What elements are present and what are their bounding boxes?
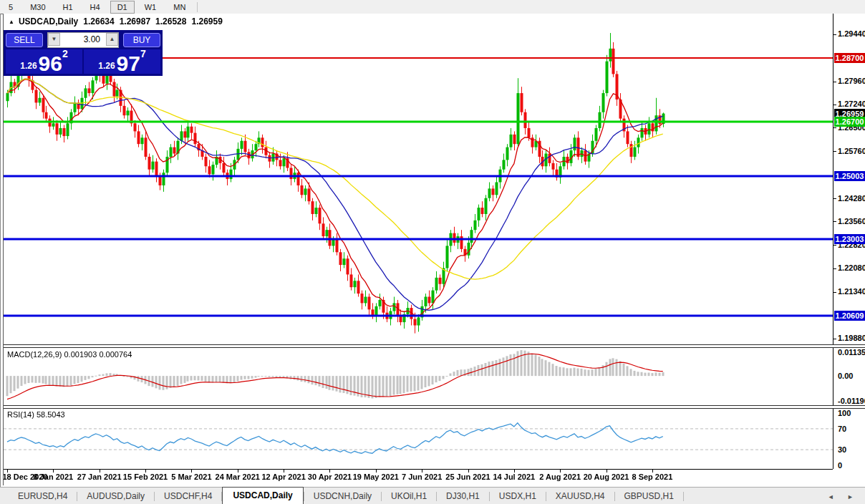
date-axis[interactable]: 18 Dec 20208 Jan 202127 Jan 202115 Feb 2… <box>4 469 833 486</box>
chart-tab-bar: EURUSD,H4AUDUSD,DailyUSDCHF,H4USDCAD,Dai… <box>0 487 865 504</box>
volume-spinner: ▼ 3.00 ▲ <box>47 32 119 48</box>
chart-tab-xauusd[interactable]: XAUUSD,H4 <box>546 488 614 504</box>
ohlc-open: 1.26634 <box>83 16 114 26</box>
expand-triangle-icon: ▲ <box>9 19 14 25</box>
price-tick-mark <box>833 82 836 82</box>
price-badge: 1.28700 <box>834 53 865 63</box>
price-tick-label: 1.19880 <box>838 334 865 342</box>
macd-axis-label: 0.01135 <box>838 348 865 357</box>
ohlc-low: 1.26528 <box>155 16 186 26</box>
ohlc-high: 1.26987 <box>120 16 150 26</box>
date-tick-label: 7 Jun 2021 <box>402 472 442 481</box>
toolbar-separator <box>197 2 198 12</box>
timeframe-button-h4[interactable]: H4 <box>83 1 107 14</box>
price-tick-label: 1.21340 <box>838 287 865 296</box>
chart-tab-audusd[interactable]: AUDUSD,Daily <box>77 488 154 504</box>
price-tick-label: 1.24280 <box>838 194 865 203</box>
date-tick-label: 8 Sep 2021 <box>632 472 672 481</box>
volume-value[interactable]: 3.00 <box>60 33 106 47</box>
price-tick-label: 1.25760 <box>838 147 865 155</box>
chart-tab-usdcnh[interactable]: USDCNH,Daily <box>304 488 381 504</box>
macd-label: MACD(12,26,9) 0.001903 0.000764 <box>7 350 132 359</box>
price-tick-mark <box>833 268 836 269</box>
sell-price-sup: 2 <box>62 48 68 59</box>
window-frame-edge <box>0 14 1 487</box>
panel-splitter[interactable] <box>4 405 865 409</box>
date-tick-label: 30 Apr 2021 <box>308 472 352 481</box>
chart-tab-gbpusd[interactable]: GBPUSD,H1 <box>615 488 683 504</box>
date-tick-label: 12 Apr 2021 <box>261 472 305 481</box>
timeframe-toolbar: 5M30H1H4D1W1MN <box>0 0 865 14</box>
date-tick-label: 19 May 2021 <box>353 472 399 481</box>
chart-canvas[interactable] <box>4 14 833 469</box>
date-tick-label: 8 Jan 2021 <box>34 472 74 481</box>
timeframe-button-h1[interactable]: H1 <box>56 1 80 14</box>
chart-symbol-label: USDCAD,Daily <box>19 16 78 26</box>
timeframe-button-m30[interactable]: M30 <box>23 1 52 14</box>
buy-price-panel[interactable]: 1.26977 <box>84 49 160 74</box>
trading-terminal: 5M30H1H4D1W1MN ▲USDCAD,Daily1.266341.269… <box>0 0 865 504</box>
price-tick-label: 1.29440 <box>838 29 865 38</box>
chart-tab-usdx[interactable]: USDX,H1 <box>490 488 546 504</box>
date-tick-label: 14 Jul 2021 <box>493 472 535 481</box>
rsi-axis-label: 100 <box>838 409 851 417</box>
tab-separator <box>683 492 684 501</box>
chart-tab-eurusd[interactable]: EURUSD,H4 <box>9 488 77 504</box>
price-badge: 1.25003 <box>834 171 865 181</box>
price-tick-mark <box>833 221 836 222</box>
one-click-trading-widget: SELL ▼ 3.00 ▲ BUY 1.26962 1.26977 <box>4 30 163 76</box>
price-tick-mark <box>833 245 836 246</box>
price-tick-label: 1.22080 <box>838 263 865 272</box>
macd-axis-label: -0.01190 <box>838 397 865 405</box>
rsi-axis-label: 30 <box>838 445 846 454</box>
timeframe-button-5[interactable]: 5 <box>1 1 20 14</box>
timeframe-button-w1[interactable]: W1 <box>137 1 164 14</box>
volume-increase-button[interactable]: ▲ <box>106 33 118 46</box>
sell-price-prefix: 1.26 <box>20 61 37 71</box>
price-tick-mark <box>833 151 836 152</box>
panel-splitter[interactable] <box>4 344 865 348</box>
timeframe-button-mn[interactable]: MN <box>166 1 193 14</box>
date-tick-label: 25 Jun 2021 <box>445 472 490 481</box>
tab-scroll-arrows[interactable]: ◄ ► <box>828 493 859 500</box>
chart-tab-usdchf[interactable]: USDCHF,H4 <box>155 488 221 504</box>
price-tick-mark <box>833 105 836 105</box>
timeframe-button-d1[interactable]: D1 <box>110 1 135 14</box>
date-tick-label: 27 Jan 2021 <box>77 472 122 481</box>
price-badge: 1.20609 <box>834 311 865 321</box>
caret-down-icon: ▼ <box>52 36 57 42</box>
buy-price-prefix: 1.26 <box>98 61 115 71</box>
date-tick-label: 24 Mar 2021 <box>216 472 260 481</box>
chart-frame-edge <box>3 14 4 485</box>
chart-tab-dj30[interactable]: DJ30,H1 <box>437 488 489 504</box>
price-tick-label: 1.27240 <box>838 100 865 108</box>
date-tick-label: 15 Feb 2021 <box>123 472 168 481</box>
caret-up-icon: ▲ <box>110 36 115 42</box>
price-badge: 1.23003 <box>834 234 865 244</box>
date-tick-label: 2 Aug 2021 <box>539 472 581 481</box>
price-tick-mark <box>833 292 836 293</box>
date-tick-label: 20 Aug 2021 <box>584 472 629 481</box>
price-tick-mark <box>833 339 836 339</box>
buy-price-big: 97 <box>117 54 140 73</box>
date-tick-label: 5 Mar 2021 <box>171 472 211 481</box>
chart-tab-ukoil[interactable]: UKOil,H1 <box>382 488 436 504</box>
ohlc-close: 1.26959 <box>191 16 222 26</box>
macd-axis-label: 0.00 <box>838 372 853 380</box>
price-tick-mark <box>833 198 836 199</box>
sell-price-panel[interactable]: 1.26962 <box>6 49 82 74</box>
rsi-axis-label: 70 <box>838 425 846 433</box>
price-tick-label: 1.27960 <box>838 77 865 85</box>
rsi-label: RSI(14) 58.5043 <box>7 410 65 419</box>
volume-decrease-button[interactable]: ▼ <box>48 33 60 46</box>
price-axis[interactable]: 1.294401.279601.272401.265001.257601.242… <box>833 14 865 469</box>
sell-button[interactable]: SELL <box>6 33 43 47</box>
sell-price-big: 96 <box>39 54 62 73</box>
rsi-axis-label: 0 <box>838 461 842 470</box>
chart-tab-usdcad[interactable]: USDCAD,Daily <box>222 487 303 504</box>
price-tick-label: 1.23560 <box>838 217 865 226</box>
chart-title: ▲USDCAD,Daily1.266341.269871.265281.2695… <box>9 16 223 26</box>
price-tick-mark <box>833 127 836 128</box>
price-badge: 1.26700 <box>834 117 865 127</box>
buy-button[interactable]: BUY <box>123 33 160 47</box>
